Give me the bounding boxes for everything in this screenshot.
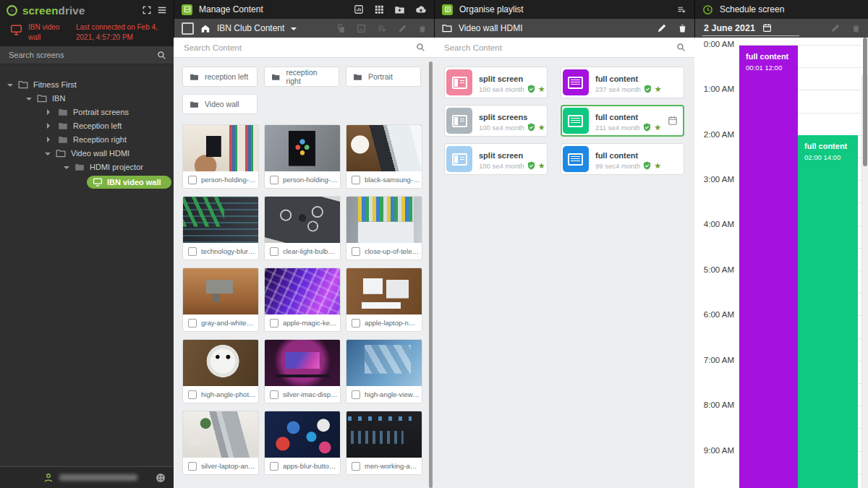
edit-icon[interactable] [830, 23, 841, 33]
calendar-icon[interactable] [762, 23, 772, 33]
tree-item-ibn[interactable]: IBN [0, 91, 174, 105]
search-icon[interactable] [416, 43, 425, 52]
content-card[interactable]: person-holding-… [264, 124, 341, 189]
content-card[interactable]: high-angle-phot… [182, 339, 259, 403]
playlist-item[interactable]: split screen 100 se4 month ★ [444, 67, 548, 98]
sidebar-header: screendrive [0, 0, 174, 20]
item-checkbox[interactable] [188, 462, 197, 471]
content-card[interactable]: close-up-of-tele… [346, 196, 422, 260]
analytics-icon[interactable] [354, 4, 364, 14]
playlist-item[interactable]: full content 237 se4 month ★ [561, 67, 684, 98]
item-checkbox[interactable] [352, 462, 360, 471]
search-screens-input[interactable] [7, 50, 157, 60]
breadcrumb[interactable]: IBN Club Content [217, 23, 284, 33]
item-checkbox[interactable] [270, 319, 278, 328]
content-card[interactable]: person-holding-… [182, 124, 259, 189]
folder-chip[interactable]: Portrait [346, 67, 421, 87]
tree-item-ibn-video-wall-selected[interactable]: IBN video wall [87, 176, 171, 189]
item-checkbox[interactable] [352, 176, 360, 184]
schedule-scrollbar-thumb[interactable] [863, 38, 867, 166]
item-checkbox[interactable] [352, 319, 360, 328]
content-card[interactable]: silver-imac-disp… [264, 339, 341, 403]
fullscreen-icon[interactable] [142, 5, 152, 15]
panel-title: Manage Content [199, 4, 263, 14]
folder-chip[interactable]: Video wall [182, 94, 258, 114]
playlist-item-selected[interactable]: full content 211 se4 month ★ [561, 105, 684, 137]
search-playlist-input[interactable] [443, 43, 676, 53]
schedule-grid[interactable]: full content 00:01 12:00 full content 02… [739, 38, 861, 488]
delete-icon[interactable] [418, 24, 427, 33]
search-content-input[interactable] [182, 43, 416, 53]
add-to-playlist-icon[interactable] [377, 24, 387, 33]
schedule-event[interactable]: full content 02:00 14:00 [798, 135, 858, 488]
item-checkbox[interactable] [188, 176, 197, 184]
chevron-right-icon[interactable] [47, 109, 53, 115]
copy-icon[interactable] [336, 24, 346, 33]
item-checkbox[interactable] [352, 390, 360, 399]
chevron-right-icon[interactable] [47, 137, 53, 142]
date-field[interactable]: 2 June 2021 [702, 21, 799, 36]
calendar-icon[interactable] [668, 116, 678, 126]
edit-icon[interactable] [657, 23, 667, 33]
item-checkbox[interactable] [188, 319, 197, 328]
chevron-down-icon[interactable] [64, 166, 69, 172]
folder-icon [442, 24, 452, 33]
playlist-item[interactable]: split screens 100 se4 month ★ [444, 105, 548, 137]
content-card[interactable]: apps-blur-butto… [264, 411, 341, 475]
chevron-down-icon[interactable] [45, 153, 51, 158]
item-checkbox[interactable] [270, 462, 278, 471]
schedule-event[interactable]: full content 00:01 12:00 [739, 46, 798, 488]
content-card[interactable]: technology-blur… [182, 196, 259, 260]
tree-item-video-wall-hdmi[interactable]: Video wall HDMI [0, 146, 174, 160]
tree-item-portrait-screens[interactable]: Portrait screens [0, 105, 174, 119]
item-checkbox[interactable] [188, 390, 197, 399]
redacted-email [59, 474, 137, 481]
screendrive-logo-icon [6, 4, 18, 17]
item-checkbox[interactable] [352, 247, 360, 256]
save-icon[interactable] [357, 24, 366, 33]
chevron-down-icon[interactable] [7, 84, 13, 90]
organise-playlist-header: Organise playlist [434, 0, 694, 19]
select-all-checkbox[interactable] [182, 22, 194, 35]
content-scrollbar[interactable] [429, 61, 433, 488]
organise-playlist-panel: Organise playlist Video wall HDMI [434, 0, 694, 488]
globe-icon[interactable] [155, 472, 166, 484]
search-icon[interactable] [676, 43, 686, 52]
star-icon: ★ [654, 124, 661, 132]
verified-icon [527, 85, 535, 93]
content-card[interactable]: clear-light-bulb… [264, 196, 341, 260]
item-checkbox[interactable] [188, 247, 197, 256]
item-checkbox[interactable] [270, 390, 278, 399]
content-card[interactable]: high-angle-view… [346, 339, 422, 403]
delete-icon[interactable] [678, 23, 687, 33]
upload-icon[interactable] [415, 5, 427, 14]
tree-item-reception-left[interactable]: Reception left [0, 119, 174, 132]
item-checkbox[interactable] [270, 176, 278, 184]
content-card[interactable]: apple-magic-ke… [264, 267, 341, 332]
content-card[interactable]: men-working-a… [346, 411, 422, 475]
edit-icon[interactable] [398, 24, 407, 33]
tree-item-reception-right[interactable]: Reception right [0, 132, 174, 146]
search-icon[interactable] [157, 51, 166, 60]
folder-chip[interactable]: reception left [182, 67, 258, 87]
playlist-item[interactable]: full content 99 sec4 month ★ [561, 143, 684, 175]
folder-icon [58, 121, 68, 130]
playlist-item[interactable]: split screen 100 se4 month ★ [444, 143, 548, 175]
add-playlist-icon[interactable] [676, 5, 687, 14]
tree-item-hdmi-projector[interactable]: HDMI projector [0, 160, 174, 174]
content-card[interactable]: gray-and-white… [182, 267, 259, 332]
content-card[interactable]: silver-laptop-an… [182, 411, 259, 475]
chevron-down-icon[interactable] [26, 98, 32, 103]
chevron-right-icon[interactable] [47, 123, 53, 129]
delete-icon[interactable] [851, 23, 861, 33]
content-card[interactable]: black-samsung-… [346, 124, 422, 189]
grid-view-icon[interactable] [374, 4, 384, 14]
dropdown-arrow-icon[interactable] [291, 27, 297, 33]
folder-chip[interactable]: reception right [264, 67, 339, 87]
menu-icon[interactable] [156, 5, 168, 15]
add-folder-icon[interactable] [394, 5, 405, 14]
content-card[interactable]: apple-laptop-n… [346, 267, 422, 332]
home-icon[interactable] [200, 24, 210, 33]
tree-item-fitness-first[interactable]: Fitness First [0, 77, 174, 91]
item-checkbox[interactable] [270, 247, 278, 256]
